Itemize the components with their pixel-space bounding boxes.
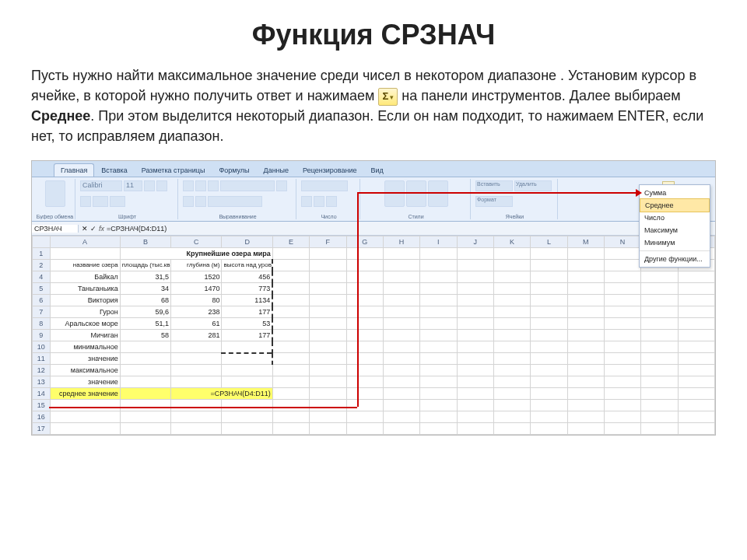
- cell[interactable]: [346, 306, 383, 318]
- cell[interactable]: значение: [50, 353, 120, 365]
- cell[interactable]: [420, 306, 457, 318]
- cell[interactable]: [604, 260, 640, 271]
- cell[interactable]: 59,6: [120, 306, 170, 318]
- cell[interactable]: [420, 400, 457, 411]
- cancel-icon[interactable]: ✕: [82, 225, 88, 233]
- cell[interactable]: [567, 411, 604, 423]
- cell[interactable]: [346, 365, 383, 376]
- row-header[interactable]: 9: [33, 330, 51, 341]
- cell[interactable]: [383, 306, 419, 318]
- cell[interactable]: [531, 388, 567, 400]
- cell[interactable]: [383, 353, 419, 365]
- cell[interactable]: [531, 423, 567, 435]
- cell[interactable]: Гурон: [50, 306, 120, 318]
- cell[interactable]: [641, 330, 678, 341]
- cell[interactable]: [641, 388, 678, 400]
- cell[interactable]: [641, 283, 678, 295]
- cell[interactable]: [493, 248, 530, 260]
- row-header[interactable]: 16: [33, 411, 51, 423]
- cell[interactable]: [346, 423, 383, 435]
- cell[interactable]: [420, 376, 457, 388]
- col-header[interactable]: I: [420, 236, 457, 248]
- cell[interactable]: [604, 330, 640, 341]
- cell[interactable]: [420, 423, 457, 435]
- cell[interactable]: 31,5: [120, 271, 170, 283]
- cell[interactable]: 68: [120, 295, 170, 306]
- cell[interactable]: [420, 318, 457, 330]
- cell[interactable]: [171, 411, 222, 423]
- cell[interactable]: [678, 411, 714, 423]
- cell[interactable]: [604, 283, 640, 295]
- cell[interactable]: [120, 423, 170, 435]
- tab-formulas[interactable]: Формулы: [212, 163, 256, 177]
- cell[interactable]: [641, 271, 678, 283]
- cell[interactable]: [493, 365, 530, 376]
- cell[interactable]: среднее значение: [50, 388, 120, 400]
- cell[interactable]: [346, 411, 383, 423]
- cell[interactable]: [346, 283, 383, 295]
- cell[interactable]: [171, 400, 222, 411]
- fill-color-button[interactable]: [93, 196, 108, 207]
- cell[interactable]: [120, 353, 170, 365]
- cell[interactable]: [641, 400, 678, 411]
- cell[interactable]: [641, 353, 678, 365]
- cell[interactable]: [604, 400, 640, 411]
- cell[interactable]: 61: [171, 318, 222, 330]
- cell[interactable]: [171, 365, 222, 376]
- cell[interactable]: [383, 271, 419, 283]
- cell[interactable]: [567, 330, 604, 341]
- cell[interactable]: [604, 423, 640, 435]
- cell[interactable]: [420, 365, 457, 376]
- cell[interactable]: [493, 318, 530, 330]
- cell[interactable]: 773: [222, 283, 272, 295]
- cell[interactable]: [457, 330, 493, 341]
- cell[interactable]: [171, 341, 222, 353]
- cell[interactable]: [420, 388, 457, 400]
- cell[interactable]: [222, 365, 272, 376]
- cell[interactable]: [493, 411, 530, 423]
- cell[interactable]: [50, 248, 120, 260]
- cell[interactable]: [567, 260, 604, 271]
- cell[interactable]: [383, 388, 419, 400]
- cell[interactable]: [567, 365, 604, 376]
- cell[interactable]: [420, 411, 457, 423]
- row-header[interactable]: 17: [33, 423, 51, 435]
- cell[interactable]: [420, 353, 457, 365]
- cell[interactable]: [420, 271, 457, 283]
- cell[interactable]: [272, 271, 309, 283]
- cell[interactable]: [310, 283, 346, 295]
- row-header[interactable]: 13: [33, 376, 51, 388]
- font-name-combo[interactable]: Calibri: [80, 180, 122, 191]
- col-header[interactable]: G: [346, 236, 383, 248]
- cell[interactable]: [641, 341, 678, 353]
- cell[interactable]: [493, 306, 530, 318]
- cell[interactable]: [346, 400, 383, 411]
- cell[interactable]: [531, 295, 567, 306]
- cell[interactable]: [120, 388, 170, 400]
- col-header[interactable]: J: [457, 236, 493, 248]
- cell[interactable]: Таньганьика: [50, 283, 120, 295]
- cell[interactable]: 58: [120, 330, 170, 341]
- cell[interactable]: [493, 271, 530, 283]
- cell[interactable]: [457, 260, 493, 271]
- col-header[interactable]: [33, 236, 51, 248]
- cell[interactable]: [604, 271, 640, 283]
- cell[interactable]: [222, 400, 272, 411]
- cell[interactable]: [272, 411, 309, 423]
- cell[interactable]: [457, 365, 493, 376]
- cell[interactable]: [310, 353, 346, 365]
- cell[interactable]: [346, 353, 383, 365]
- cell[interactable]: [310, 365, 346, 376]
- cell[interactable]: Байкал: [50, 271, 120, 283]
- cell[interactable]: [272, 353, 309, 365]
- col-header[interactable]: M: [567, 236, 604, 248]
- row-header[interactable]: 8: [33, 318, 51, 330]
- font-size-combo[interactable]: 11: [124, 180, 142, 191]
- tab-insert[interactable]: Вставка: [94, 163, 134, 177]
- col-header[interactable]: H: [383, 236, 419, 248]
- cell[interactable]: =СРЗНАЧ(D4:D11): [171, 388, 273, 400]
- cell[interactable]: [641, 306, 678, 318]
- cell[interactable]: [310, 341, 346, 353]
- cell[interactable]: [493, 260, 530, 271]
- cell[interactable]: [493, 388, 530, 400]
